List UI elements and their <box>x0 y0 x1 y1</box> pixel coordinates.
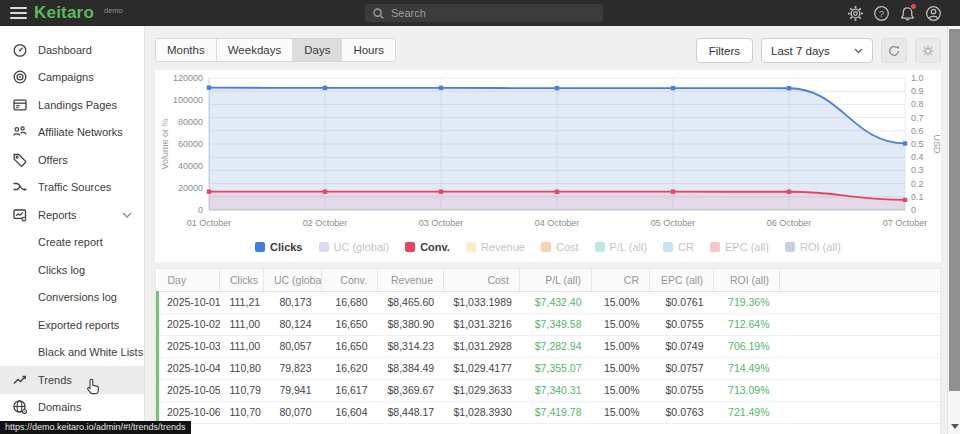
col-conv[interactable]: Conv. <box>322 269 378 291</box>
legend-item[interactable]: CR <box>663 241 694 253</box>
sidebar-item-conversions-log[interactable]: Conversions log <box>0 284 144 312</box>
col-pl-all[interactable]: P/L (all) <box>520 269 592 291</box>
legend-item[interactable]: P/L (all) <box>595 241 648 253</box>
tab-months[interactable]: Months <box>156 39 216 61</box>
cell-cr: 15.00% <box>592 291 650 313</box>
sidebar-item-reports[interactable]: Reports <box>0 201 144 229</box>
svg-text:?: ? <box>879 7 884 18</box>
trends-chart-card: 00.10.20.30.40.50.60.70.80.91.0020000400… <box>155 70 941 262</box>
cell-conv: 16,620 <box>322 357 378 379</box>
sidebar-item-clicks-log[interactable]: Clicks log <box>0 256 144 284</box>
tab-weekdays[interactable]: Weekdays <box>216 39 292 61</box>
sidebar-item-black-white-lists[interactable]: Black and White Lists <box>0 339 144 367</box>
cell-cost: $1,029.3633 <box>444 379 520 401</box>
help-icon[interactable]: ? <box>873 5 890 22</box>
sidebar-item-dashboard[interactable]: Dashboard <box>0 36 144 64</box>
svg-text:0.5: 0.5 <box>911 139 924 149</box>
legend-item[interactable]: Revenue <box>466 241 525 253</box>
cell-clicks: 111,00 <box>220 335 264 357</box>
svg-text:1.0: 1.0 <box>911 73 924 83</box>
legend-item[interactable]: EPC (all) <box>710 241 769 253</box>
search-icon <box>373 8 384 19</box>
cell-clicks: 110,79 <box>220 379 264 401</box>
svg-text:0.1: 0.1 <box>911 192 924 202</box>
sidebar-item-campaigns[interactable]: Campaigns <box>0 64 144 92</box>
sidebar-item-offers[interactable]: Offers <box>0 146 144 174</box>
legend-swatch <box>405 242 415 252</box>
cell-pl: $7,349.58 <box>520 313 592 335</box>
cell-roi: 719.36% <box>714 291 780 313</box>
table-row[interactable] <box>158 423 941 434</box>
table-row[interactable]: 2025-10-04 110,80 79,823 16,620 $8,384.4… <box>158 357 941 379</box>
table-row[interactable]: 2025-10-03 111,00 80,057 16,650 $8,314.2… <box>158 335 941 357</box>
col-revenue[interactable]: Revenue <box>378 269 444 291</box>
sidebar-item-affiliate-networks[interactable]: Affiliate Networks <box>0 119 144 147</box>
col-cost[interactable]: Cost <box>444 269 520 291</box>
tab-hours[interactable]: Hours <box>341 39 395 61</box>
sidebar-item-domains[interactable]: Domains <box>0 394 144 422</box>
refresh-button[interactable] <box>881 38 907 63</box>
svg-text:120000: 120000 <box>173 73 203 83</box>
cell-revenue: $8,465.60 <box>378 291 444 313</box>
legend-item[interactable]: Cost <box>541 241 579 253</box>
sidebar-item-label: Domains <box>38 401 81 413</box>
account-avatar-icon[interactable] <box>925 5 942 22</box>
scrollbar-thumb[interactable] <box>949 29 960 391</box>
legend-swatch <box>541 242 551 252</box>
filters-button[interactable]: Filters <box>696 38 753 63</box>
svg-text:40000: 40000 <box>178 161 203 171</box>
cell-uc-global: 80,124 <box>264 313 322 335</box>
cell-conv: 16,680 <box>322 291 378 313</box>
svg-text:0.8: 0.8 <box>911 99 924 109</box>
sidebar-item-label: Offers <box>38 154 68 166</box>
trends-line-chart[interactable]: 00.10.20.30.40.50.60.70.80.91.0020000400… <box>155 70 941 234</box>
col-epc-all[interactable]: EPC (all) <box>650 269 714 291</box>
page-scrollbar[interactable] <box>947 26 960 434</box>
legend-label: P/L (all) <box>610 241 648 253</box>
col-day[interactable]: Day <box>158 269 220 291</box>
app-logo[interactable]: Keitaro <box>34 3 94 23</box>
sidebar-item-landings-pages[interactable]: Landings Pages <box>0 91 144 119</box>
legend-swatch <box>255 242 265 252</box>
cell-uc-global <box>264 423 322 434</box>
legend-item[interactable]: Clicks <box>255 241 302 253</box>
legend-item[interactable]: Conv. <box>405 241 450 253</box>
toolbar: Months Weekdays Days Hours Filters Last … <box>155 38 941 63</box>
cell-conv: 16,650 <box>322 335 378 357</box>
settings-gear-icon[interactable] <box>847 5 864 22</box>
tab-days[interactable]: Days <box>292 39 341 61</box>
cell-pl: $7,355.07 <box>520 357 592 379</box>
cell-roi: 712.64% <box>714 313 780 335</box>
table-row[interactable]: 2025-10-01 111,21 80,173 16,680 $8,465.6… <box>158 291 941 313</box>
cell-clicks: 111,00 <box>220 313 264 335</box>
legend-item[interactable]: ROI (all) <box>785 241 841 253</box>
svg-text:100000: 100000 <box>173 95 203 105</box>
menu-toggle-icon[interactable] <box>10 7 27 19</box>
date-range-select[interactable]: Last 7 days <box>761 38 873 63</box>
campaigns-icon <box>12 69 28 85</box>
col-roi-all[interactable]: ROI (all) <box>714 269 780 291</box>
col-uc-global[interactable]: UC (global) <box>264 269 322 291</box>
sidebar-item-exported-reports[interactable]: Exported reports <box>0 311 144 339</box>
sidebar-item-create-report[interactable]: Create report <box>0 229 144 257</box>
table-row[interactable]: 2025-10-02 111,00 80,124 16,650 $8,380.9… <box>158 313 941 335</box>
sidebar-item-label: Reports <box>38 209 77 221</box>
search-input[interactable] <box>391 7 595 19</box>
cell-revenue: $8,380.90 <box>378 313 444 335</box>
table-row[interactable]: 2025-10-06 110,70 80,070 16,604 $8,448.1… <box>158 401 941 423</box>
notifications-bell-icon[interactable] <box>899 5 916 22</box>
legend-label: UC (global) <box>334 241 390 253</box>
chart-settings-button[interactable] <box>915 38 941 63</box>
chevron-down-icon <box>854 48 863 54</box>
col-cr[interactable]: CR <box>592 269 650 291</box>
cell-uc-global: 80,173 <box>264 291 322 313</box>
col-clicks[interactable]: Clicks <box>220 269 264 291</box>
svg-text:0: 0 <box>198 205 203 215</box>
svg-text:04 October: 04 October <box>535 218 580 228</box>
legend-item[interactable]: UC (global) <box>319 241 390 253</box>
search-bar[interactable] <box>365 4 603 22</box>
sidebar-item-traffic-sources[interactable]: Traffic Sources <box>0 174 144 202</box>
sidebar-item-trends[interactable]: Trends <box>0 366 144 394</box>
scrollbar-down-arrow[interactable] <box>951 424 959 429</box>
table-row[interactable]: 2025-10-05 110,79 79,941 16,617 $8,369.6… <box>158 379 941 401</box>
